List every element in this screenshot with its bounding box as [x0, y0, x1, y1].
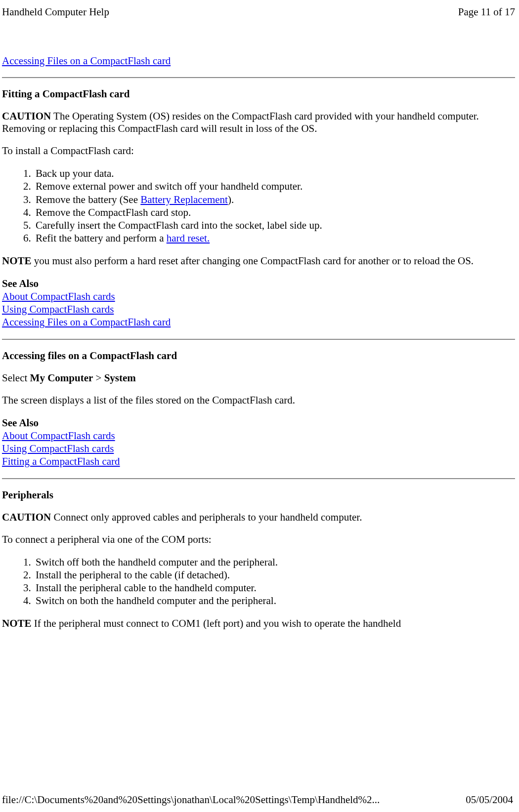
peripherals-steps-list: Switch off both the handheld computer an… [2, 556, 515, 608]
heading-accessing: Accessing files on a CompactFlash card [2, 350, 515, 362]
see-also-label: See Also [2, 277, 515, 290]
divider [2, 339, 515, 340]
link-using-compactflash[interactable]: Using CompactFlash cards [2, 443, 114, 454]
link-battery-replacement[interactable]: Battery Replacement [140, 194, 228, 205]
note-paragraph-peripherals: NOTE If the peripheral must connect to C… [2, 617, 515, 630]
link-accessing-files-top[interactable]: Accessing Files on a CompactFlash card [2, 55, 171, 67]
list-item: Install the peripheral to the cable (if … [34, 568, 515, 581]
note-paragraph-fitting: NOTE you must also perform a hard reset … [2, 255, 515, 267]
footer-date: 05/05/2004 [466, 794, 513, 806]
note-text: you must also perform a hard reset after… [32, 255, 474, 267]
see-also-label: See Also [2, 416, 515, 429]
caution-label: CAUTION [2, 110, 51, 122]
note-label: NOTE [2, 617, 32, 629]
see-also-accessing: See Also About CompactFlash cards Using … [2, 416, 515, 468]
select-system: System [104, 372, 136, 384]
select-path: Select My Computer > System [2, 372, 515, 384]
fitting-steps-list: Back up your data. Remove external power… [2, 167, 515, 245]
caution-paragraph-fitting: CAUTION The Operating System (OS) reside… [2, 110, 515, 135]
divider [2, 478, 515, 479]
select-pre: Select [2, 372, 30, 384]
link-about-compactflash[interactable]: About CompactFlash cards [2, 290, 115, 302]
step-text: Refit the battery and perform a [36, 232, 167, 244]
list-item: Switch off both the handheld computer an… [34, 556, 515, 568]
caution-text: The Operating System (OS) resides on the… [2, 110, 479, 134]
link-accessing-files[interactable]: Accessing Files on a CompactFlash card [2, 316, 171, 328]
list-item: Back up your data. [34, 167, 515, 180]
heading-fitting: Fitting a CompactFlash card [2, 88, 515, 100]
install-intro: To install a CompactFlash card: [2, 145, 515, 157]
link-hard-reset[interactable]: hard reset. [167, 232, 210, 244]
step-text: ). [228, 194, 234, 205]
caution-text: Connect only approved cables and periphe… [51, 511, 362, 523]
list-item: Install the peripheral cable to the hand… [34, 581, 515, 594]
link-fitting-compactflash[interactable]: Fitting a CompactFlash card [2, 455, 120, 467]
heading-peripherals: Peripherals [2, 489, 515, 501]
caution-label: CAUTION [2, 511, 51, 523]
footer-path: file://C:\Documents%20and%20Settings\jon… [2, 794, 380, 806]
step-text: Remove the battery (See [36, 194, 140, 205]
list-item: Carefully insert the CompactFlash card i… [34, 219, 515, 232]
link-using-compactflash[interactable]: Using CompactFlash cards [2, 303, 114, 315]
note-label: NOTE [2, 255, 32, 267]
caution-paragraph-peripherals: CAUTION Connect only approved cables and… [2, 511, 515, 524]
divider [2, 77, 515, 78]
list-item: Remove the battery (See Battery Replacem… [34, 193, 515, 206]
note-text: If the peripheral must connect to COM1 (… [32, 617, 401, 629]
connect-intro: To connect a peripheral via one of the C… [2, 533, 515, 546]
select-mid: > [93, 372, 104, 384]
header-page-indicator: Page 11 of 17 [458, 6, 515, 18]
list-item: Remove external power and switch off you… [34, 180, 515, 193]
link-about-compactflash[interactable]: About CompactFlash cards [2, 430, 115, 442]
list-item: Switch on both the handheld computer and… [34, 594, 515, 607]
see-also-fitting: See Also About CompactFlash cards Using … [2, 277, 515, 329]
accessing-description: The screen displays a list of the files … [2, 394, 515, 406]
list-item: Remove the CompactFlash card stop. [34, 206, 515, 219]
header-title: Handheld Computer Help [2, 6, 109, 18]
list-item: Refit the battery and perform a hard res… [34, 232, 515, 244]
select-my-computer: My Computer [30, 372, 93, 384]
